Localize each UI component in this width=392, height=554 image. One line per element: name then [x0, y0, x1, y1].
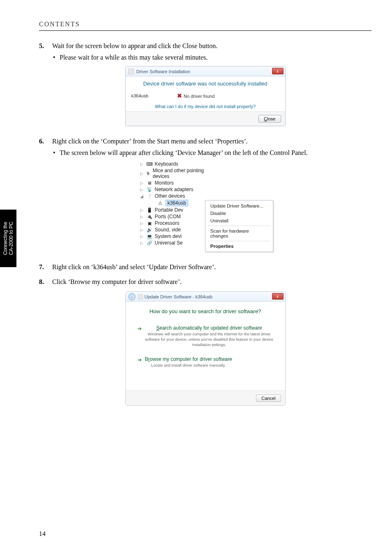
side-tab-line2: CA-2000 to PC — [8, 222, 14, 255]
opt2-rest: owse my computer for driver software — [150, 356, 232, 362]
menu-scan[interactable]: Scan for hardware changes — [206, 227, 272, 240]
step-8: 8. Click ‘Browse my computer for driver … — [39, 278, 371, 286]
menu-update-driver[interactable]: Update Driver Software... — [206, 202, 272, 210]
node-k364usb[interactable]: ⚠k364usb — [138, 199, 207, 207]
expand-icon: ▷ — [140, 208, 144, 212]
menu-uninstall[interactable]: Uninstall — [206, 217, 272, 224]
side-tab-line1: Connecting the — [2, 222, 8, 255]
step-5: 5. Wait for the screen below to appear a… — [39, 42, 371, 50]
device-tree: ▷⌨Keyboards ▷🖱Mice and other pointing de… — [138, 161, 207, 252]
arrow-icon: ➔ — [137, 357, 142, 368]
node-portable[interactable]: ▷📱Portable Dev — [138, 207, 207, 213]
device-manager-snippet: ▷⌨Keyboards ▷🖱Mice and other pointing de… — [138, 161, 273, 252]
page-content: CONTENTS 5. Wait for the screen below to… — [0, 0, 392, 418]
option2-desc: Locate and install driver software manua… — [145, 363, 232, 368]
expand-icon: ▷ — [140, 187, 144, 192]
node-label: Keyboards — [155, 161, 178, 167]
node-processors[interactable]: ▷▣Processors — [138, 220, 207, 226]
driver-install-dialog: Driver Software Installation x Device dr… — [125, 66, 286, 126]
close-dialog-button[interactable]: Close — [258, 115, 281, 122]
expand-icon: ▷ — [140, 162, 144, 166]
back-icon: ‹ — [131, 294, 133, 299]
dialog2-footer: Cancel — [126, 390, 285, 405]
device-status: ✖No driver found — [177, 92, 214, 99]
close-rest: lose — [267, 116, 275, 121]
dialog2-question: How do you want to search for driver sof… — [136, 308, 275, 314]
node-label: Other devices — [155, 193, 185, 199]
usb-icon: 🔗 — [147, 240, 152, 245]
node-mice[interactable]: ▷🖱Mice and other pointing devices — [138, 167, 207, 180]
dialog-title: Driver Software Installation — [136, 69, 190, 74]
other-icon: ❔ — [147, 194, 152, 199]
step-5-number: 5. — [39, 42, 47, 50]
node-usb[interactable]: ▷🔗Universal Se — [138, 240, 207, 246]
device-name: k364usb — [131, 93, 149, 98]
help-link[interactable]: What can I do if my device did not insta… — [131, 104, 279, 109]
dialog-message: Device driver software was not successfu… — [131, 81, 279, 87]
expand-icon: ▷ — [140, 228, 144, 232]
node-monitors[interactable]: ▷🖥Monitors — [138, 180, 207, 186]
option1-title: Search automatically for updated driver … — [145, 325, 274, 331]
dialog2-icon — [138, 294, 143, 299]
step-8-text: Click ‘Browse my computer for driver sof… — [52, 278, 182, 286]
menu-properties[interactable]: Properties — [206, 242, 272, 250]
step-5-text: Wait for the screen below to appear and … — [52, 42, 217, 50]
keyboard-icon: ⌨ — [147, 162, 152, 166]
opt1-rest: earch automatically for updated driver s… — [159, 325, 262, 331]
expand-icon: ▷ — [140, 215, 144, 219]
node-system[interactable]: ▷💻System devi — [138, 233, 207, 240]
device-status-text: No driver found — [184, 94, 214, 99]
step-6: 6. Right click on the ‘Computer’ from th… — [39, 138, 371, 145]
node-other[interactable]: ◢❔Other devices — [138, 193, 207, 199]
close-button[interactable]: x — [272, 293, 284, 300]
option-auto-search[interactable]: ➔ Search automatically for updated drive… — [136, 322, 275, 353]
step-7-text: Right click on ‘k364usb’ and select ‘Upd… — [52, 263, 216, 271]
cancel-button[interactable]: Cancel — [256, 395, 281, 402]
step-7-number: 7. — [39, 263, 47, 271]
back-button[interactable]: ‹ — [128, 293, 136, 300]
step-8-number: 8. — [39, 278, 47, 286]
node-label: System devi — [155, 233, 182, 239]
network-icon: 📡 — [147, 187, 152, 192]
error-icon: ✖ — [177, 92, 182, 99]
mouse-icon: 🖱 — [146, 171, 150, 176]
step-6-text: Right click on the ‘Computer’ from the S… — [52, 138, 248, 145]
step-5-bullet-text: Please wait for a while as this may take… — [60, 54, 208, 61]
option-browse[interactable]: ➔ Browse my computer for driver software… — [136, 353, 275, 374]
bullet-dot: • — [53, 149, 55, 157]
cpu-icon: ▣ — [147, 221, 152, 226]
monitor-icon: 🖥 — [147, 180, 152, 185]
portable-icon: 📱 — [147, 208, 152, 212]
bullet-dot: • — [53, 54, 55, 61]
node-label: Ports (COM — [155, 214, 181, 219]
node-label: Network adapters — [155, 187, 194, 192]
step-6-bullet-text: The screen below will appear after click… — [60, 149, 308, 157]
expand-icon: ▷ — [140, 181, 144, 185]
port-icon: 🔌 — [147, 214, 152, 219]
menu-separator — [208, 226, 270, 226]
node-network[interactable]: ▷📡Network adapters — [138, 186, 207, 193]
node-sound[interactable]: ▷🔊Sound, vide — [138, 226, 207, 233]
selected-node: k364usb — [166, 200, 188, 206]
option1-desc: Windows will search your computer and th… — [145, 332, 274, 347]
option2-title: Browse my computer for driver software — [145, 356, 232, 362]
collapse-icon: ◢ — [140, 194, 144, 199]
opt2-pre: B — [145, 356, 148, 362]
sound-icon: 🔊 — [147, 227, 152, 232]
node-keyboards[interactable]: ▷⌨Keyboards — [138, 161, 207, 167]
node-ports[interactable]: ▷🔌Ports (COM — [138, 213, 207, 220]
dialog2-titlebar: ‹ Update Driver Software - k364usb x — [126, 292, 285, 302]
node-label: Mice and other pointing devices — [153, 168, 207, 179]
side-tab: Connecting the CA-2000 to PC — [0, 210, 16, 267]
header-rule — [39, 30, 371, 31]
expand-icon: ▷ — [140, 234, 144, 239]
dialog-footer: Close — [126, 111, 285, 126]
step-6-number: 6. — [39, 138, 47, 145]
menu-disable[interactable]: Disable — [206, 210, 272, 217]
step-7: 7. Right click on ‘k364usb’ and select ‘… — [39, 263, 371, 271]
context-menu: Update Driver Software... Disable Uninst… — [205, 200, 273, 252]
device-row: k364usb ✖No driver found — [131, 92, 279, 99]
close-button[interactable]: x — [272, 68, 284, 74]
warning-icon: ⚠ — [157, 201, 163, 205]
dialog2-body: How do you want to search for driver sof… — [126, 302, 285, 390]
